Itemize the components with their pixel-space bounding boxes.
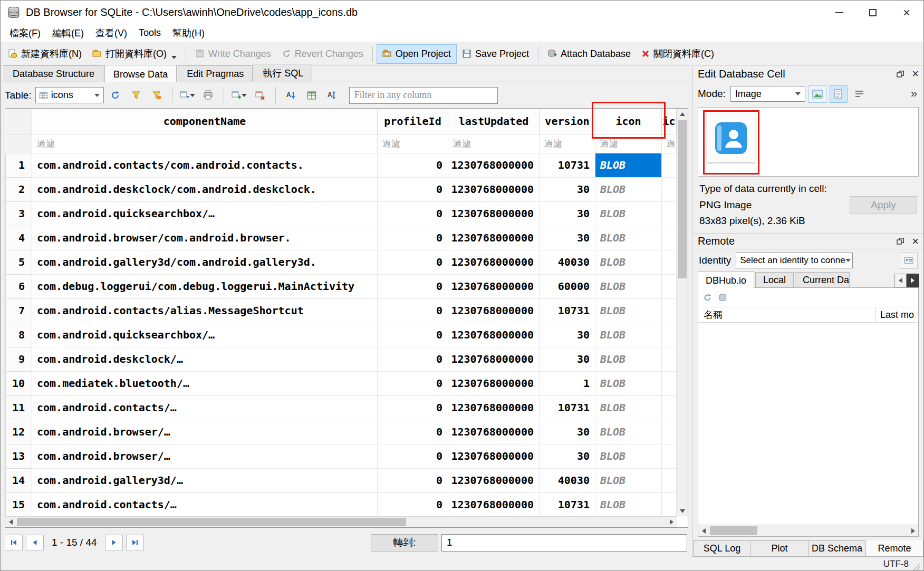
cell-icon[interactable]: BLOB [595, 444, 662, 468]
tab-dbhub[interactable]: DBHub.io [698, 272, 754, 288]
cell-version[interactable]: 10731 [540, 492, 595, 516]
filter-any-column-input[interactable] [349, 87, 498, 104]
column-header-componentName[interactable]: componentName [32, 109, 378, 134]
cell-lastUpdated[interactable]: 1230768000000 [448, 298, 540, 323]
cell-profileId[interactable]: 0 [378, 250, 448, 274]
cell-profileId[interactable]: 0 [378, 347, 448, 371]
cell-extra[interactable] [662, 153, 677, 177]
cell-componentName[interactable]: com.android.contacts/… [32, 492, 378, 516]
cell-componentName[interactable]: com.android.browser/… [32, 444, 378, 468]
cell-lastUpdated[interactable]: 1230768000000 [448, 274, 540, 298]
cell-version[interactable]: 30 [540, 177, 595, 201]
tab-browse-data[interactable]: Browse Data [104, 65, 177, 82]
table-select[interactable]: icons [35, 87, 104, 103]
remote-clone-database-icon[interactable] [718, 293, 727, 302]
cell-version[interactable]: 30 [540, 226, 595, 250]
cell-extra[interactable] [662, 492, 677, 516]
tab-plot[interactable]: Plot [750, 540, 808, 557]
identity-select[interactable]: Select an identity to conne [736, 253, 853, 268]
cell-extra[interactable] [662, 226, 677, 250]
scroll-up-icon[interactable] [677, 109, 688, 119]
cell-version[interactable]: 30 [540, 420, 595, 444]
cell-lastUpdated[interactable]: 1230768000000 [448, 250, 540, 274]
tab-current-database[interactable]: Current Dat [795, 272, 850, 287]
column-header-profileId[interactable]: profileId [378, 109, 448, 134]
cell-lastUpdated[interactable]: 1230768000000 [448, 371, 540, 395]
cell-icon[interactable]: BLOB [595, 371, 662, 395]
cell-lastUpdated[interactable]: 1230768000000 [448, 226, 540, 250]
menu-file[interactable]: 檔案(F) [4, 25, 46, 42]
write-changes-button[interactable]: Write Changes [190, 45, 276, 63]
column-filter-input[interactable]: 過濾 [662, 134, 677, 153]
delete-record-button[interactable] [251, 86, 269, 104]
next-page-button[interactable] [105, 535, 123, 550]
corner-header[interactable] [6, 109, 32, 134]
cell-componentName[interactable]: com.android.browser/com.android.browser. [32, 226, 378, 250]
menu-view[interactable]: 查看(V) [90, 25, 133, 42]
open-database-dropdown-icon[interactable] [171, 56, 177, 59]
attach-database-button[interactable]: Attach Database [542, 45, 636, 63]
goto-button[interactable]: 轉到: [371, 534, 438, 551]
mode-select[interactable]: Image [730, 86, 805, 102]
sort-dialog-button[interactable]: A [323, 86, 341, 104]
cell-version[interactable]: 10731 [540, 298, 595, 323]
cell-icon[interactable]: BLOB [595, 468, 662, 492]
cell-profileId[interactable]: 0 [378, 298, 448, 323]
remote-file-list[interactable] [698, 323, 918, 525]
scroll-left-icon[interactable] [698, 525, 709, 536]
cell-version[interactable]: 1 [540, 371, 595, 395]
cell-profileId[interactable]: 0 [378, 371, 448, 395]
column-filter-input[interactable]: 過濾 [448, 134, 540, 153]
word-wrap-button[interactable] [851, 85, 869, 103]
new-database-button[interactable]: 新建資料庫(N) [3, 44, 87, 64]
cell-extra[interactable] [662, 201, 677, 226]
tab-scroll-right-icon[interactable] [907, 274, 919, 287]
cell-icon[interactable]: BLOB [595, 226, 662, 250]
cell-profileId[interactable]: 0 [378, 492, 448, 516]
float-panel-icon[interactable] [897, 70, 904, 78]
row-number[interactable]: 8 [6, 323, 32, 347]
cell-extra[interactable] [662, 395, 677, 420]
tab-db-schema[interactable]: DB Schema [808, 540, 865, 557]
column-filter-input[interactable]: 過濾 [378, 134, 448, 153]
cell-lastUpdated[interactable]: 1230768000000 [448, 347, 540, 371]
scroll-down-icon[interactable] [677, 506, 688, 516]
cell-profileId[interactable]: 0 [378, 226, 448, 250]
cell-icon[interactable]: BLOB [595, 395, 662, 420]
column-filter-input[interactable]: 過濾 [595, 134, 662, 153]
tab-edit-pragmas[interactable]: Edit Pragmas [178, 65, 253, 82]
cell-profileId[interactable]: 0 [378, 274, 448, 298]
close-database-button[interactable]: 關閉資料庫(C) [636, 44, 719, 64]
remote-scrollbar-thumb[interactable] [710, 526, 757, 535]
row-number[interactable]: 7 [6, 298, 32, 323]
cell-version[interactable]: 10731 [540, 153, 595, 177]
cell-version[interactable]: 30 [540, 323, 595, 347]
close-panel-icon[interactable]: × [912, 68, 919, 80]
remote-refresh-icon[interactable] [703, 293, 712, 302]
previous-page-button[interactable] [26, 535, 44, 550]
row-number[interactable]: 10 [6, 371, 32, 395]
menu-edit[interactable]: 編輯(E) [46, 25, 90, 42]
cell-profileId[interactable]: 0 [378, 468, 448, 492]
column-header-lastUpdated[interactable]: lastUpdated [448, 109, 540, 134]
cell-extra[interactable] [662, 347, 677, 371]
cell-extra[interactable] [662, 468, 677, 492]
save-results-dropdown-icon[interactable] [190, 94, 195, 97]
cell-extra[interactable] [662, 420, 677, 444]
sort-asc-button[interactable]: A [282, 86, 300, 104]
last-record-button[interactable] [126, 535, 144, 550]
row-number[interactable]: 14 [6, 468, 32, 492]
cell-componentName[interactable]: com.android.contacts/… [32, 395, 378, 420]
cell-lastUpdated[interactable]: 1230768000000 [448, 177, 540, 201]
cell-version[interactable]: 30 [540, 347, 595, 371]
resize-grip[interactable] [913, 563, 920, 570]
cell-profileId[interactable]: 0 [378, 420, 448, 444]
save-results-button[interactable] [179, 86, 197, 104]
menu-tools[interactable]: Tools [133, 25, 167, 41]
cell-icon[interactable]: BLOB [595, 420, 662, 444]
row-number[interactable]: 1 [6, 153, 32, 177]
text-mode-button[interactable] [830, 85, 848, 103]
cell-icon[interactable]: BLOB [595, 298, 662, 323]
cell-icon[interactable]: BLOB [595, 177, 662, 201]
save-filter-button[interactable] [148, 86, 166, 104]
